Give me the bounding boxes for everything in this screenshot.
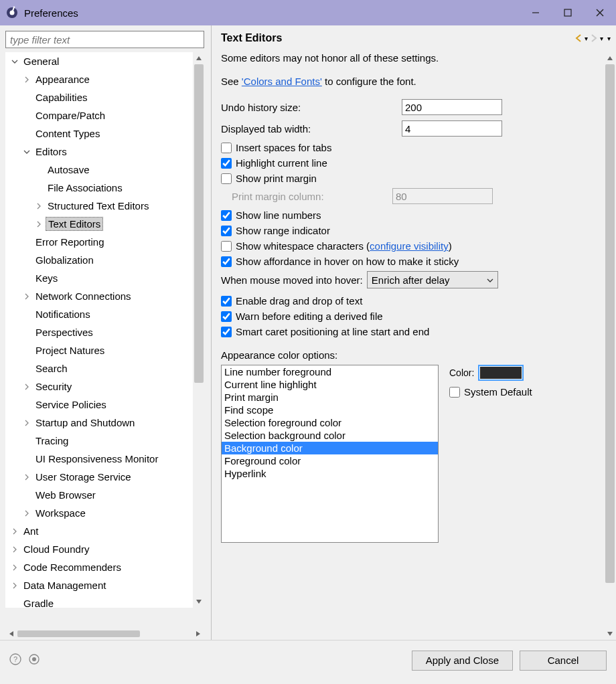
tree-item-service-policies[interactable]: Service Policies <box>5 396 193 414</box>
chevron-right-icon <box>21 472 32 483</box>
chevron-right-icon <box>21 508 32 519</box>
close-button[interactable] <box>584 0 616 25</box>
import-export-icon[interactable] <box>28 653 40 667</box>
info-text: Some editors may not honor all of these … <box>221 52 611 64</box>
tree-item-general[interactable]: General <box>5 52 193 70</box>
show-range-checkbox[interactable] <box>221 226 232 236</box>
list-item[interactable]: Selection background color <box>222 429 438 442</box>
tree-item-capabilities[interactable]: Capabilities <box>5 88 193 106</box>
chevron-right-icon <box>21 74 32 85</box>
list-item[interactable]: Find scope <box>222 404 438 416</box>
color-options-list[interactable]: Line number foreground Current line high… <box>221 365 439 543</box>
show-print-margin-checkbox[interactable] <box>221 173 232 184</box>
list-item[interactable]: Foreground color <box>222 454 438 467</box>
color-picker-button[interactable] <box>478 365 524 381</box>
list-item[interactable]: Current line highlight <box>222 378 438 391</box>
tree-item-project-natures[interactable]: Project Natures <box>5 341 193 359</box>
show-affordance-checkbox[interactable] <box>221 256 232 267</box>
content-vertical-scrollbar[interactable] <box>604 52 616 640</box>
tree-item-ant[interactable]: Ant <box>5 522 193 540</box>
smart-caret-checkbox[interactable] <box>221 327 232 337</box>
list-item[interactable]: Background color <box>222 442 438 454</box>
tree-item-notifications[interactable]: Notifications <box>5 305 193 323</box>
tab-width-input[interactable] <box>402 120 502 137</box>
scrollbar-thumb[interactable] <box>194 64 204 383</box>
forward-menu[interactable]: ▾ <box>600 35 603 42</box>
insert-spaces-checkbox[interactable] <box>221 143 232 153</box>
tree-item-startup-shutdown[interactable]: Startup and Shutdown <box>5 414 193 432</box>
tree-item-cloud-foundry[interactable]: Cloud Foundry <box>5 540 193 558</box>
help-icon[interactable]: ? <box>9 653 21 667</box>
tree-item-search[interactable]: Search <box>5 359 193 377</box>
tree-item-workspace[interactable]: Workspace <box>5 504 193 522</box>
list-item[interactable]: Print margin <box>222 391 438 404</box>
scrollbar-thumb[interactable] <box>17 630 140 637</box>
tree-item-structured-text-editors[interactable]: Structured Text Editors <box>5 197 193 215</box>
show-whitespace-checkbox[interactable] <box>221 241 232 252</box>
chevron-right-icon <box>33 201 44 211</box>
maximize-button[interactable] <box>552 0 584 25</box>
tree-item-data-management[interactable]: Data Management <box>5 576 193 594</box>
tree-item-code-recommenders[interactable]: Code Recommenders <box>5 558 193 576</box>
cancel-button[interactable]: Cancel <box>520 651 607 671</box>
tree-item-autosave[interactable]: Autosave <box>5 161 193 179</box>
tree-item-compare-patch[interactable]: Compare/Patch <box>5 106 193 124</box>
chevron-down-icon <box>487 274 493 286</box>
enable-dnd-checkbox[interactable] <box>221 296 232 307</box>
chevron-right-icon <box>9 562 20 573</box>
forward-button[interactable] <box>589 33 599 43</box>
scrollbar-thumb[interactable] <box>605 64 615 583</box>
system-default-checkbox[interactable] <box>449 387 460 398</box>
list-item[interactable]: Selection foreground color <box>222 416 438 429</box>
tree-item-security[interactable]: Security <box>5 377 193 396</box>
content-panel: Text Editors ▾ ▾ ▾ Some editors may not … <box>211 25 616 640</box>
filter-input[interactable] <box>5 31 204 48</box>
tree-item-keys[interactable]: Keys <box>5 269 193 287</box>
checkbox-label: Warn before editing a derived file <box>236 311 383 322</box>
app-icon <box>5 6 19 19</box>
tree-item-content-types[interactable]: Content Types <box>5 124 193 143</box>
tree-item-network-connections[interactable]: Network Connections <box>5 287 193 305</box>
view-menu[interactable]: ▾ <box>605 35 611 42</box>
tree-horizontal-scrollbar[interactable] <box>5 628 204 640</box>
print-margin-col-input <box>392 188 493 204</box>
tree-item-ui-responsiveness[interactable]: UI Responsiveness Monitor <box>5 450 193 468</box>
undo-size-input[interactable] <box>402 99 502 115</box>
configure-visibility-link[interactable]: configure visibility <box>370 240 449 252</box>
list-item[interactable]: Hyperlink <box>222 467 438 480</box>
chevron-right-icon <box>9 580 20 591</box>
tree-item-globalization[interactable]: Globalization <box>5 251 193 269</box>
hover-mode-select[interactable]: Enrich after delay <box>367 271 498 288</box>
tree-vertical-scrollbar[interactable] <box>193 52 205 608</box>
checkbox-label: Show whitespace characters (configure vi… <box>236 240 452 252</box>
list-item[interactable]: Line number foreground <box>222 365 438 378</box>
minimize-button[interactable] <box>520 0 552 25</box>
tab-width-label: Displayed tab width: <box>221 123 402 135</box>
chevron-down-icon <box>21 147 32 157</box>
show-line-numbers-checkbox[interactable] <box>221 210 232 221</box>
highlight-line-checkbox[interactable] <box>221 158 232 169</box>
window-title: Preferences <box>24 7 78 19</box>
chevron-right-icon <box>21 418 32 428</box>
colors-and-fonts-link[interactable]: 'Colors and Fonts' <box>242 76 322 87</box>
apply-and-close-button[interactable]: Apply and Close <box>412 651 513 671</box>
tree-item-perspectives[interactable]: Perspectives <box>5 323 193 341</box>
tree-item-gradle[interactable]: Gradle <box>5 594 193 608</box>
svg-point-10 <box>32 657 36 661</box>
tree-item-text-editors[interactable]: Text Editors <box>5 215 193 233</box>
hover-mode-label: When mouse moved into hover: <box>221 274 363 286</box>
checkbox-label: Show affordance in hover on how to make … <box>236 256 459 267</box>
tree-item-file-associations[interactable]: File Associations <box>5 179 193 197</box>
preferences-tree[interactable]: General Appearance Capabilities Compare/… <box>5 52 193 608</box>
tree-item-appearance[interactable]: Appearance <box>5 70 193 88</box>
tree-item-tracing[interactable]: Tracing <box>5 432 193 450</box>
tree-item-web-browser[interactable]: Web Browser <box>5 486 193 504</box>
print-margin-col-label: Print margin column: <box>221 191 392 202</box>
tree-item-editors[interactable]: Editors <box>5 143 193 161</box>
tree-item-user-storage[interactable]: User Storage Service <box>5 468 193 486</box>
warn-derived-checkbox[interactable] <box>221 311 232 322</box>
checkbox-label: Show line numbers <box>236 209 321 221</box>
tree-item-error-reporting[interactable]: Error Reporting <box>5 233 193 251</box>
back-menu[interactable]: ▾ <box>585 35 588 42</box>
back-button[interactable] <box>574 33 583 43</box>
